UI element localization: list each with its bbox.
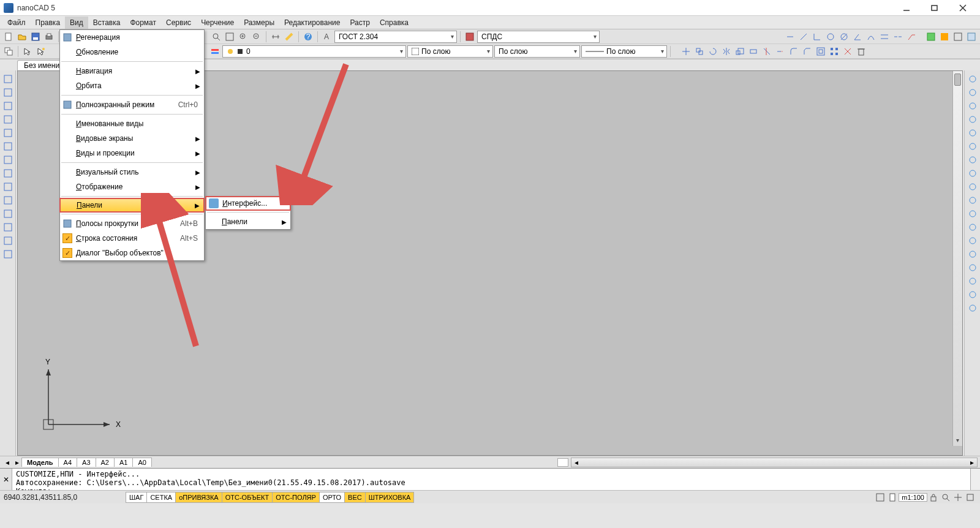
menu-справка[interactable]: Справка (375, 17, 413, 29)
new-button[interactable] (2, 31, 15, 43)
save-button[interactable] (29, 31, 42, 43)
region-tool[interactable] (2, 208, 14, 220)
menu-правка[interactable]: Правка (31, 17, 66, 29)
point-tool[interactable] (2, 181, 14, 193)
table-tool[interactable] (2, 235, 14, 247)
dim-linear-button[interactable] (784, 31, 796, 43)
cmd-close-icon[interactable]: ✕ (0, 469, 12, 490)
ellipse-tool[interactable] (2, 154, 14, 166)
menu-item-регенерация[interactable]: Регенерация (60, 30, 204, 45)
dim-arc-button[interactable] (865, 31, 877, 43)
polyline-tool[interactable] (2, 86, 14, 99)
layout-tab-a4[interactable]: A4 (58, 458, 77, 467)
snap-ext-button[interactable] (967, 154, 979, 166)
toggle-шаг[interactable]: ШАГ (126, 492, 147, 503)
menu-вид[interactable]: Вид (65, 17, 88, 29)
snap-node-button[interactable] (967, 113, 979, 126)
layout-tab-модель[interactable]: Модель (21, 458, 59, 467)
dim-aligned-button[interactable] (797, 31, 810, 43)
boundary-button[interactable] (952, 31, 964, 43)
tab-nav-prev[interactable]: ◂ (2, 458, 12, 467)
menu-черчение[interactable]: Черчение (196, 17, 239, 29)
toggle-отс-объект[interactable]: ОТС-ОБЪЕКТ (222, 492, 273, 503)
menu-размеры[interactable]: Размеры (239, 17, 279, 29)
mirror-button[interactable] (720, 45, 733, 58)
menu-item-навигация[interactable]: Навигация▶ (60, 64, 204, 78)
dim-ord-button[interactable] (811, 31, 823, 43)
status-cursor-icon[interactable] (952, 492, 964, 503)
move-button[interactable] (680, 45, 692, 58)
horizontal-scrollbar[interactable]: ◂▸ (571, 458, 978, 467)
help-button[interactable]: ? (302, 31, 314, 43)
text-tool[interactable] (2, 248, 14, 260)
circle-tool[interactable] (2, 127, 14, 139)
select-button[interactable] (21, 45, 34, 58)
hatch-tool[interactable] (2, 194, 14, 206)
block-tool[interactable] (2, 221, 14, 233)
menu-item-отображение[interactable]: Отображение▶ (60, 179, 204, 194)
status-paper-icon[interactable] (886, 492, 899, 503)
chamfer-button[interactable] (801, 45, 813, 58)
layer-combo[interactable]: 0 (222, 45, 406, 58)
layout-grip-icon[interactable] (557, 458, 568, 467)
distance-button[interactable] (270, 31, 282, 43)
profile-combo[interactable]: СПДС (477, 31, 600, 43)
snap-perp-button[interactable] (967, 181, 979, 193)
menu-item-диалог-"выбор-объектов"[interactable]: ✓Диалог "Выбор объектов" (60, 246, 204, 260)
snap-mid-button[interactable] (967, 86, 979, 99)
rotate-button[interactable] (707, 45, 719, 58)
status-lock-icon[interactable] (927, 492, 940, 503)
measure-button[interactable] (283, 31, 295, 43)
minimize-button[interactable] (898, 2, 915, 14)
dim-radius-button[interactable] (824, 31, 837, 43)
explode-button[interactable] (842, 45, 854, 58)
views-button[interactable] (967, 289, 979, 301)
zoom-extents-button[interactable] (210, 31, 222, 43)
layout-tab-a1[interactable]: A1 (114, 458, 133, 467)
dim-leader-button[interactable] (905, 31, 918, 43)
array-button[interactable] (828, 45, 840, 58)
toggle-опривязка[interactable]: оПРИВЯЗКА (175, 492, 222, 503)
menu-растр[interactable]: Растр (345, 17, 374, 29)
scale-button[interactable] (734, 45, 746, 58)
copy-button[interactable] (693, 45, 706, 58)
snap-par-button[interactable] (967, 235, 979, 247)
menu-item-орбита[interactable]: Орбита▶ (60, 78, 204, 93)
submenu-item-интерфейс-[interactable]: Интерфейс... (205, 196, 291, 211)
trim-button[interactable] (761, 45, 773, 58)
dim-cont-button[interactable] (892, 31, 904, 43)
snap-quad-button[interactable] (967, 127, 979, 139)
command-line[interactable]: CUSTOMIZE,НПИ - Интерфейс... Автосохране… (12, 469, 970, 490)
quick-select-button[interactable] (35, 45, 47, 58)
close-button[interactable] (954, 2, 971, 14)
toggle-сетка[interactable]: СЕТКА (146, 492, 176, 503)
text-style-button[interactable]: A (321, 31, 333, 43)
snap-near-button[interactable] (967, 208, 979, 220)
menu-item-полосы-прокрутки[interactable]: Полосы прокруткиAlt+B (60, 216, 204, 231)
layout-tab-a0[interactable]: A0 (132, 458, 151, 467)
dim-base-button[interactable] (878, 31, 891, 43)
snap-ins-button[interactable] (967, 167, 979, 179)
zoom-in-button[interactable] (237, 31, 249, 43)
status-model-icon[interactable] (874, 492, 886, 503)
menu-item-именованные-виды[interactable]: Именованные виды (60, 116, 204, 131)
line-tool[interactable] (2, 73, 14, 85)
snap-app-button[interactable] (967, 221, 979, 233)
maximize-button[interactable] (926, 2, 943, 14)
offset-button[interactable] (815, 45, 827, 58)
zoom-window-button[interactable] (224, 31, 236, 43)
menu-файл[interactable]: Файл (2, 17, 31, 29)
open-button[interactable] (16, 31, 28, 43)
textstyle-combo[interactable]: ГОСТ 2.304 (334, 31, 457, 43)
menu-item-видовые-экраны[interactable]: Видовые экраны▶ (60, 131, 204, 146)
layout-tab-a3[interactable]: A3 (77, 458, 96, 467)
snap-int-button[interactable] (967, 140, 979, 153)
render-button[interactable] (967, 302, 979, 314)
menu-формат[interactable]: Формат (125, 17, 161, 29)
hatch-button[interactable] (925, 31, 937, 43)
extend-button[interactable] (774, 45, 786, 58)
status-zoom-icon[interactable] (940, 492, 952, 503)
linetype-combo[interactable]: По слою (581, 45, 667, 58)
layout-tab-a2[interactable]: A2 (96, 458, 115, 467)
region-button[interactable] (965, 31, 978, 43)
